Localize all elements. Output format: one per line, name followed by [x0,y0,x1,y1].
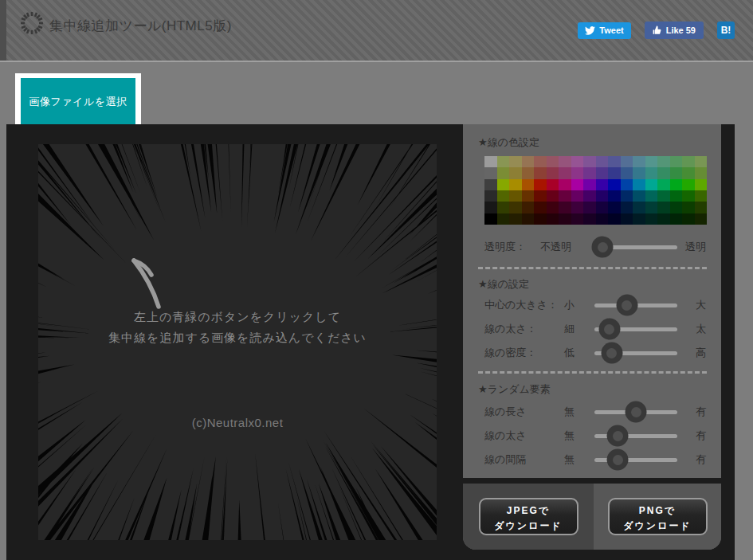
palette-swatch[interactable] [583,190,596,202]
palette-swatch[interactable] [608,213,621,225]
palette-swatch[interactable] [583,202,596,213]
palette-swatch[interactable] [559,213,571,225]
palette-swatch[interactable] [547,167,559,178]
palette-swatch[interactable] [670,179,683,190]
palette-swatch[interactable] [547,190,559,202]
palette-swatch[interactable] [621,179,633,190]
palette-swatch[interactable] [695,202,708,213]
palette-swatch[interactable] [534,156,547,167]
palette-swatch[interactable] [695,156,708,167]
palette-swatch[interactable] [695,167,708,178]
center-size-slider-track[interactable] [594,303,677,307]
palette-swatch[interactable] [571,156,584,167]
palette-swatch[interactable] [608,179,621,190]
palette-swatch[interactable] [608,156,621,167]
palette-swatch[interactable] [645,202,658,213]
palette-swatch[interactable] [608,167,621,178]
palette-swatch[interactable] [670,167,683,178]
palette-swatch[interactable] [497,179,510,190]
palette-swatch[interactable] [657,179,670,190]
palette-swatch[interactable] [547,179,559,190]
palette-swatch[interactable] [547,213,559,225]
palette-swatch[interactable] [571,190,584,202]
palette-swatch[interactable] [657,190,670,202]
palette-swatch[interactable] [633,179,645,190]
palette-swatch[interactable] [522,213,535,225]
palette-swatch[interactable] [522,156,535,167]
palette-swatch[interactable] [509,190,522,202]
palette-swatch[interactable] [509,167,522,178]
palette-swatch[interactable] [695,179,708,190]
palette-swatch[interactable] [509,213,522,225]
palette-swatch[interactable] [670,190,683,202]
palette-swatch[interactable] [596,202,609,213]
palette-swatch[interactable] [608,190,621,202]
palette-swatch[interactable] [645,167,658,178]
palette-swatch[interactable] [596,213,609,225]
palette-swatch[interactable] [484,202,497,213]
palette-swatch[interactable] [522,167,535,178]
palette-swatch[interactable] [559,179,571,190]
palette-swatch[interactable] [534,179,547,190]
palette-swatch[interactable] [534,190,547,202]
palette-swatch[interactable] [583,213,596,225]
palette-swatch[interactable] [497,167,510,178]
palette-swatch[interactable] [596,179,609,190]
palette-swatch[interactable] [484,179,497,190]
palette-swatch[interactable] [559,202,571,213]
download-png-button[interactable]: PNGで ダウンロード [608,498,708,535]
palette-swatch[interactable] [484,156,497,167]
palette-swatch[interactable] [657,167,670,178]
palette-swatch[interactable] [534,213,547,225]
random-gap-slider-knob[interactable] [607,449,629,471]
palette-swatch[interactable] [484,167,497,178]
palette-swatch[interactable] [621,202,633,213]
opacity-slider-knob[interactable] [592,237,614,258]
palette-swatch[interactable] [645,179,658,190]
palette-swatch[interactable] [645,213,658,225]
palette-swatch[interactable] [571,202,584,213]
palette-swatch[interactable] [522,202,535,213]
palette-swatch[interactable] [596,190,609,202]
palette-swatch[interactable] [621,213,633,225]
palette-swatch[interactable] [695,213,708,225]
palette-swatch[interactable] [484,213,497,225]
palette-swatch[interactable] [633,202,645,213]
palette-swatch[interactable] [522,190,535,202]
palette-swatch[interactable] [670,156,683,167]
palette-swatch[interactable] [583,156,596,167]
palette-swatch[interactable] [534,202,547,213]
palette-swatch[interactable] [621,190,633,202]
palette-swatch[interactable] [633,167,645,178]
palette-swatch[interactable] [621,156,633,167]
palette-swatch[interactable] [657,202,670,213]
palette-swatch[interactable] [559,156,571,167]
random-length-slider-knob[interactable] [626,401,647,423]
download-jpeg-button[interactable]: JPEGで ダウンロード [479,498,578,535]
palette-swatch[interactable] [657,213,670,225]
palette-swatch[interactable] [571,167,584,178]
palette-swatch[interactable] [657,156,670,167]
hatena-bookmark-button[interactable]: B! [717,22,735,39]
line-width-slider-knob[interactable] [598,319,620,340]
palette-swatch[interactable] [670,202,683,213]
palette-swatch[interactable] [633,213,645,225]
random-width-slider-track[interactable] [594,434,677,438]
random-width-slider-knob[interactable] [607,425,629,447]
palette-swatch[interactable] [621,167,633,178]
color-palette[interactable] [484,156,707,225]
palette-swatch[interactable] [509,156,522,167]
palette-swatch[interactable] [497,190,510,202]
palette-swatch[interactable] [645,190,658,202]
select-image-file-button[interactable]: 画像ファイルを選択 [21,78,135,125]
palette-swatch[interactable] [559,190,571,202]
opacity-slider-track[interactable] [594,245,677,249]
palette-swatch[interactable] [522,179,535,190]
palette-swatch[interactable] [670,213,683,225]
palette-swatch[interactable] [596,156,609,167]
line-density-slider-track[interactable] [594,351,677,355]
palette-swatch[interactable] [695,190,708,202]
palette-swatch[interactable] [583,167,596,178]
facebook-like-button[interactable]: Like 59 [645,22,704,39]
line-density-slider-knob[interactable] [601,343,622,364]
